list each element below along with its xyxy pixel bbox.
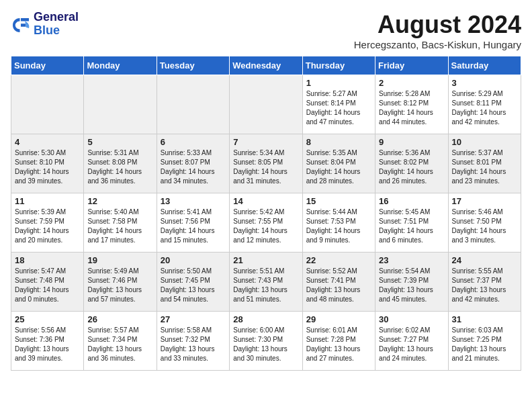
calendar-cell: 2Sunrise: 5:28 AM Sunset: 8:12 PM Daylig… — [375, 75, 448, 134]
logo-icon — [11, 14, 31, 34]
calendar-cell: 13Sunrise: 5:41 AM Sunset: 7:56 PM Dayli… — [157, 193, 229, 253]
day-info: Sunrise: 5:49 AM Sunset: 7:46 PM Dayligh… — [87, 267, 152, 304]
calendar-cell: 9Sunrise: 5:36 AM Sunset: 8:02 PM Daylig… — [375, 134, 448, 193]
day-info: Sunrise: 6:00 AM Sunset: 7:30 PM Dayligh… — [233, 326, 298, 363]
day-info: Sunrise: 5:40 AM Sunset: 7:58 PM Dayligh… — [87, 208, 152, 245]
day-number: 26 — [87, 314, 152, 324]
day-info: Sunrise: 5:50 AM Sunset: 7:45 PM Dayligh… — [161, 267, 226, 304]
weekday-header-wednesday: Wednesday — [230, 56, 302, 75]
day-info: Sunrise: 5:55 AM Sunset: 7:37 PM Dayligh… — [452, 267, 517, 304]
day-number: 1 — [306, 78, 371, 88]
calendar-week-row: 11Sunrise: 5:39 AM Sunset: 7:59 PM Dayli… — [11, 193, 521, 253]
day-number: 27 — [161, 314, 226, 324]
calendar-week-row: 25Sunrise: 5:56 AM Sunset: 7:36 PM Dayli… — [11, 312, 521, 371]
day-number: 13 — [161, 196, 226, 206]
day-number: 15 — [306, 196, 371, 206]
day-number: 25 — [15, 314, 80, 324]
day-number: 23 — [379, 255, 444, 265]
day-info: Sunrise: 5:31 AM Sunset: 8:08 PM Dayligh… — [87, 148, 152, 186]
day-info: Sunrise: 5:41 AM Sunset: 7:56 PM Dayligh… — [161, 208, 226, 245]
day-number: 2 — [379, 78, 444, 88]
day-info: Sunrise: 5:57 AM Sunset: 7:34 PM Dayligh… — [87, 326, 152, 363]
day-number: 9 — [379, 137, 444, 147]
calendar-cell: 4Sunrise: 5:30 AM Sunset: 8:10 PM Daylig… — [11, 134, 84, 193]
calendar-week-row: 1Sunrise: 5:27 AM Sunset: 8:14 PM Daylig… — [11, 75, 521, 134]
calendar-cell: 14Sunrise: 5:42 AM Sunset: 7:55 PM Dayli… — [230, 193, 302, 253]
day-number: 16 — [379, 196, 444, 206]
calendar-cell: 10Sunrise: 5:37 AM Sunset: 8:01 PM Dayli… — [448, 134, 521, 193]
day-number: 11 — [15, 196, 80, 206]
calendar-cell: 22Sunrise: 5:52 AM Sunset: 7:41 PM Dayli… — [302, 253, 375, 312]
location-subtitle: Hercegszanto, Bacs-Kiskun, Hungary — [354, 39, 521, 50]
calendar-cell: 31Sunrise: 6:03 AM Sunset: 7:25 PM Dayli… — [448, 312, 521, 371]
day-info: Sunrise: 5:51 AM Sunset: 7:43 PM Dayligh… — [233, 267, 298, 304]
calendar-week-row: 4Sunrise: 5:30 AM Sunset: 8:10 PM Daylig… — [11, 134, 521, 193]
calendar-cell — [157, 75, 229, 134]
calendar-cell: 23Sunrise: 5:54 AM Sunset: 7:39 PM Dayli… — [375, 253, 448, 312]
day-number: 29 — [306, 314, 371, 324]
calendar-cell: 17Sunrise: 5:46 AM Sunset: 7:50 PM Dayli… — [448, 193, 521, 253]
calendar-week-row: 18Sunrise: 5:47 AM Sunset: 7:48 PM Dayli… — [11, 253, 521, 312]
calendar-cell: 18Sunrise: 5:47 AM Sunset: 7:48 PM Dayli… — [11, 253, 84, 312]
day-number: 3 — [452, 78, 517, 88]
day-number: 6 — [161, 137, 226, 147]
logo-text: General Blue — [34, 11, 79, 38]
calendar-cell: 21Sunrise: 5:51 AM Sunset: 7:43 PM Dayli… — [230, 253, 302, 312]
day-info: Sunrise: 5:29 AM Sunset: 8:11 PM Dayligh… — [452, 89, 517, 127]
day-info: Sunrise: 5:36 AM Sunset: 8:02 PM Dayligh… — [379, 148, 444, 186]
day-number: 31 — [452, 314, 517, 324]
weekday-header-monday: Monday — [84, 56, 157, 75]
calendar-cell — [84, 75, 157, 134]
day-info: Sunrise: 5:54 AM Sunset: 7:39 PM Dayligh… — [379, 267, 444, 304]
day-info: Sunrise: 5:58 AM Sunset: 7:32 PM Dayligh… — [161, 326, 226, 363]
day-info: Sunrise: 5:44 AM Sunset: 7:53 PM Dayligh… — [306, 208, 371, 245]
weekday-header-friday: Friday — [375, 56, 448, 75]
calendar-cell: 11Sunrise: 5:39 AM Sunset: 7:59 PM Dayli… — [11, 193, 84, 253]
day-number: 8 — [306, 137, 371, 147]
day-number: 10 — [452, 137, 517, 147]
calendar-cell — [230, 75, 302, 134]
day-info: Sunrise: 5:34 AM Sunset: 8:05 PM Dayligh… — [233, 148, 298, 186]
day-number: 7 — [233, 137, 298, 147]
day-info: Sunrise: 5:28 AM Sunset: 8:12 PM Dayligh… — [379, 89, 444, 127]
day-info: Sunrise: 6:02 AM Sunset: 7:27 PM Dayligh… — [379, 326, 444, 363]
calendar-cell: 25Sunrise: 5:56 AM Sunset: 7:36 PM Dayli… — [11, 312, 84, 371]
day-info: Sunrise: 5:56 AM Sunset: 7:36 PM Dayligh… — [15, 326, 80, 363]
calendar-cell: 6Sunrise: 5:33 AM Sunset: 8:07 PM Daylig… — [157, 134, 229, 193]
page-header: General Blue August 2024 Hercegszanto, B… — [11, 11, 521, 50]
calendar-cell: 27Sunrise: 5:58 AM Sunset: 7:32 PM Dayli… — [157, 312, 229, 371]
calendar-cell: 16Sunrise: 5:45 AM Sunset: 7:51 PM Dayli… — [375, 193, 448, 253]
calendar-cell — [11, 75, 84, 134]
day-number: 12 — [87, 196, 152, 206]
day-number: 17 — [452, 196, 517, 206]
calendar-cell: 15Sunrise: 5:44 AM Sunset: 7:53 PM Dayli… — [302, 193, 375, 253]
calendar-cell: 7Sunrise: 5:34 AM Sunset: 8:05 PM Daylig… — [230, 134, 302, 193]
calendar-cell: 8Sunrise: 5:35 AM Sunset: 8:04 PM Daylig… — [302, 134, 375, 193]
calendar-cell: 29Sunrise: 6:01 AM Sunset: 7:28 PM Dayli… — [302, 312, 375, 371]
day-info: Sunrise: 5:39 AM Sunset: 7:59 PM Dayligh… — [15, 208, 80, 245]
day-info: Sunrise: 5:52 AM Sunset: 7:41 PM Dayligh… — [306, 267, 371, 304]
day-number: 28 — [233, 314, 298, 324]
day-number: 22 — [306, 255, 371, 265]
day-number: 5 — [87, 137, 152, 147]
calendar-cell: 30Sunrise: 6:02 AM Sunset: 7:27 PM Dayli… — [375, 312, 448, 371]
day-number: 4 — [15, 137, 80, 147]
day-info: Sunrise: 5:35 AM Sunset: 8:04 PM Dayligh… — [306, 148, 371, 186]
day-number: 18 — [15, 255, 80, 265]
day-number: 21 — [233, 255, 298, 265]
calendar-cell: 19Sunrise: 5:49 AM Sunset: 7:46 PM Dayli… — [84, 253, 157, 312]
day-number: 20 — [161, 255, 226, 265]
logo: General Blue — [11, 11, 79, 38]
weekday-header-sunday: Sunday — [11, 56, 84, 75]
day-number: 24 — [452, 255, 517, 265]
day-info: Sunrise: 5:45 AM Sunset: 7:51 PM Dayligh… — [379, 208, 444, 245]
calendar-cell: 20Sunrise: 5:50 AM Sunset: 7:45 PM Dayli… — [157, 253, 229, 312]
day-info: Sunrise: 5:46 AM Sunset: 7:50 PM Dayligh… — [452, 208, 517, 245]
calendar-cell: 1Sunrise: 5:27 AM Sunset: 8:14 PM Daylig… — [302, 75, 375, 134]
calendar-cell: 28Sunrise: 6:00 AM Sunset: 7:30 PM Dayli… — [230, 312, 302, 371]
calendar-cell: 26Sunrise: 5:57 AM Sunset: 7:34 PM Dayli… — [84, 312, 157, 371]
day-info: Sunrise: 5:30 AM Sunset: 8:10 PM Dayligh… — [15, 148, 80, 186]
calendar-table: SundayMondayTuesdayWednesdayThursdayFrid… — [11, 56, 521, 371]
day-info: Sunrise: 5:47 AM Sunset: 7:48 PM Dayligh… — [15, 267, 80, 304]
day-info: Sunrise: 6:03 AM Sunset: 7:25 PM Dayligh… — [452, 326, 517, 363]
